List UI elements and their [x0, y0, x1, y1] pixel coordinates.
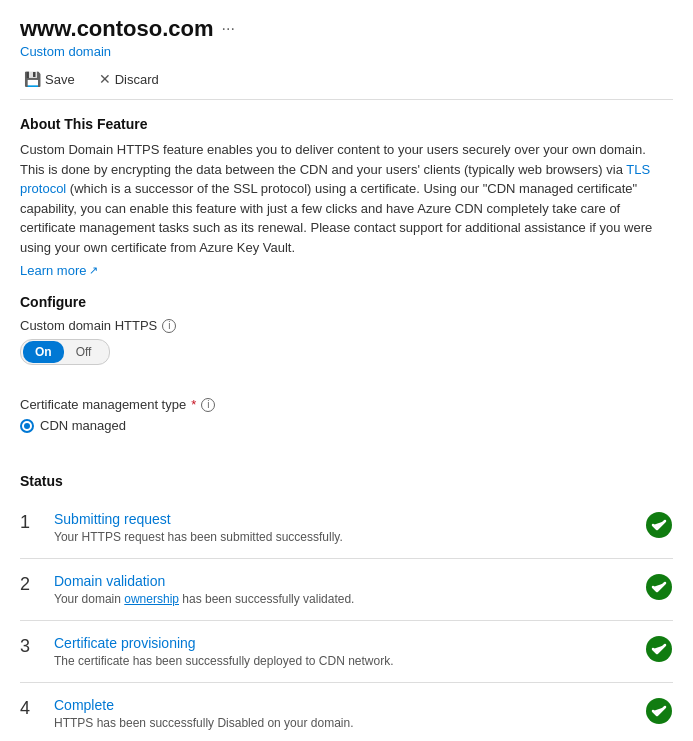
save-icon: 💾	[24, 71, 41, 87]
about-section: About This Feature Custom Domain HTTPS f…	[20, 116, 673, 278]
ellipsis-menu-icon[interactable]: ···	[222, 20, 235, 38]
check-icon-1	[645, 511, 673, 539]
discard-label: Discard	[115, 72, 159, 87]
cdn-managed-radio-option[interactable]: CDN managed	[20, 418, 673, 433]
cert-info-icon[interactable]: i	[201, 398, 215, 412]
page-title: www.contoso.com	[20, 16, 214, 42]
cert-section: Certificate management type * i CDN mana…	[20, 397, 673, 433]
status-item-2: 2 Domain validation Your domain ownershi…	[20, 559, 673, 621]
status-content-4: Complete HTTPS has been successfully Dis…	[54, 697, 645, 730]
status-title-2: Domain validation	[54, 573, 645, 589]
configure-title: Configure	[20, 294, 673, 310]
ownership-link[interactable]: ownership	[124, 592, 179, 606]
https-info-icon[interactable]: i	[162, 319, 176, 333]
status-item-3: 3 Certificate provisioning The certifica…	[20, 621, 673, 683]
status-desc-3: The certificate has been successfully de…	[54, 654, 645, 668]
status-num-4: 4	[20, 698, 44, 719]
required-star: *	[191, 397, 196, 412]
about-desc-part2: (which is a successor of the SSL protoco…	[20, 181, 652, 255]
toolbar: 💾 Save ✕ Discard	[20, 69, 673, 100]
status-desc-4: HTTPS has been successfully Disabled on …	[54, 716, 645, 730]
configure-section: Configure Custom domain HTTPS i On Off C…	[20, 294, 673, 433]
status-num-2: 2	[20, 574, 44, 595]
about-desc-part1: Custom Domain HTTPS feature enables you …	[20, 142, 646, 177]
discard-icon: ✕	[99, 71, 111, 87]
status-title: Status	[20, 473, 673, 489]
check-icon-3	[645, 635, 673, 663]
cdn-managed-radio[interactable]	[20, 419, 34, 433]
page-subtitle: Custom domain	[20, 44, 673, 59]
external-link-icon: ↗	[89, 264, 98, 277]
discard-button[interactable]: ✕ Discard	[95, 69, 163, 89]
radio-inner-dot	[24, 423, 30, 429]
cdn-managed-label: CDN managed	[40, 418, 126, 433]
status-item-1: 1 Submitting request Your HTTPS request …	[20, 497, 673, 559]
learn-more-link[interactable]: Learn more ↗	[20, 263, 98, 278]
cert-label: Certificate management type	[20, 397, 186, 412]
status-item-4: 4 Complete HTTPS has been successfully D…	[20, 683, 673, 741]
toggle-off-option: Off	[66, 341, 102, 363]
status-desc-1: Your HTTPS request has been submitted su…	[54, 530, 645, 544]
https-toggle[interactable]: On Off	[20, 339, 110, 365]
https-label: Custom domain HTTPS	[20, 318, 157, 333]
status-num-3: 3	[20, 636, 44, 657]
status-title-4: Complete	[54, 697, 645, 713]
about-description: Custom Domain HTTPS feature enables you …	[20, 140, 673, 257]
status-content-1: Submitting request Your HTTPS request ha…	[54, 511, 645, 544]
toggle-on-option: On	[23, 341, 64, 363]
about-title: About This Feature	[20, 116, 673, 132]
cert-field-label-row: Certificate management type * i	[20, 397, 673, 412]
status-section: Status 1 Submitting request Your HTTPS r…	[20, 473, 673, 741]
check-icon-2	[645, 573, 673, 601]
https-field-label-row: Custom domain HTTPS i	[20, 318, 673, 333]
page-title-row: www.contoso.com ···	[20, 16, 673, 42]
status-content-2: Domain validation Your domain ownership …	[54, 573, 645, 606]
status-desc-2: Your domain ownership has been successfu…	[54, 592, 645, 606]
learn-more-label: Learn more	[20, 263, 86, 278]
status-content-3: Certificate provisioning The certificate…	[54, 635, 645, 668]
status-num-1: 1	[20, 512, 44, 533]
save-button[interactable]: 💾 Save	[20, 69, 79, 89]
save-label: Save	[45, 72, 75, 87]
status-title-3: Certificate provisioning	[54, 635, 645, 651]
check-icon-4	[645, 697, 673, 725]
status-title-1: Submitting request	[54, 511, 645, 527]
